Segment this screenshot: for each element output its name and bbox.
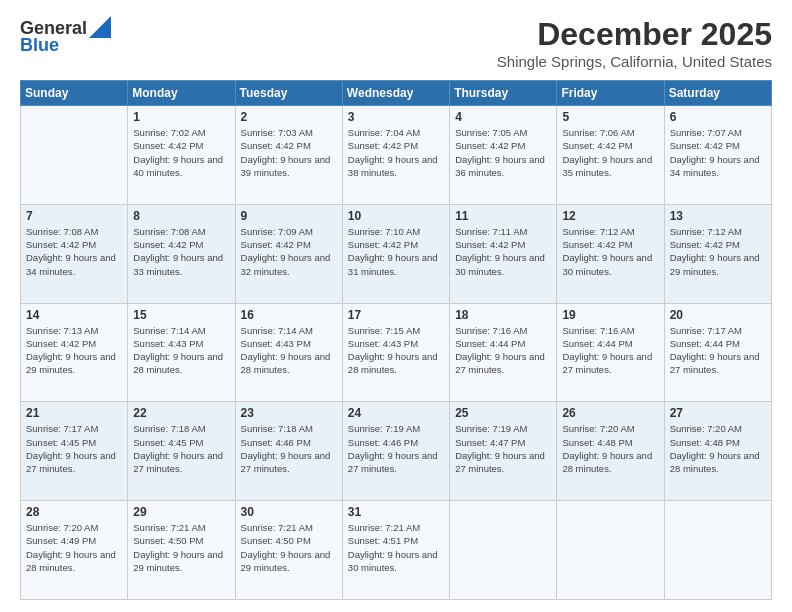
day-info: Sunrise: 7:09 AMSunset: 4:42 PMDaylight:… (241, 225, 337, 278)
calendar-week-row: 14Sunrise: 7:13 AMSunset: 4:42 PMDayligh… (21, 303, 772, 402)
day-info: Sunrise: 7:18 AMSunset: 4:45 PMDaylight:… (133, 422, 229, 475)
table-row (557, 501, 664, 600)
table-row: 26Sunrise: 7:20 AMSunset: 4:48 PMDayligh… (557, 402, 664, 501)
day-info: Sunrise: 7:17 AMSunset: 4:44 PMDaylight:… (670, 324, 766, 377)
calendar-table: Sunday Monday Tuesday Wednesday Thursday… (20, 80, 772, 600)
calendar-week-row: 21Sunrise: 7:17 AMSunset: 4:45 PMDayligh… (21, 402, 772, 501)
table-row: 12Sunrise: 7:12 AMSunset: 4:42 PMDayligh… (557, 204, 664, 303)
day-number: 23 (241, 406, 337, 420)
table-row: 3Sunrise: 7:04 AMSunset: 4:42 PMDaylight… (342, 106, 449, 205)
day-info: Sunrise: 7:06 AMSunset: 4:42 PMDaylight:… (562, 126, 658, 179)
day-info: Sunrise: 7:13 AMSunset: 4:42 PMDaylight:… (26, 324, 122, 377)
table-row: 14Sunrise: 7:13 AMSunset: 4:42 PMDayligh… (21, 303, 128, 402)
table-row: 23Sunrise: 7:18 AMSunset: 4:46 PMDayligh… (235, 402, 342, 501)
table-row: 11Sunrise: 7:11 AMSunset: 4:42 PMDayligh… (450, 204, 557, 303)
table-row: 9Sunrise: 7:09 AMSunset: 4:42 PMDaylight… (235, 204, 342, 303)
col-sunday: Sunday (21, 81, 128, 106)
day-info: Sunrise: 7:18 AMSunset: 4:46 PMDaylight:… (241, 422, 337, 475)
day-number: 5 (562, 110, 658, 124)
day-info: Sunrise: 7:14 AMSunset: 4:43 PMDaylight:… (133, 324, 229, 377)
day-info: Sunrise: 7:03 AMSunset: 4:42 PMDaylight:… (241, 126, 337, 179)
day-number: 25 (455, 406, 551, 420)
day-number: 3 (348, 110, 444, 124)
day-info: Sunrise: 7:08 AMSunset: 4:42 PMDaylight:… (133, 225, 229, 278)
table-row: 18Sunrise: 7:16 AMSunset: 4:44 PMDayligh… (450, 303, 557, 402)
table-row: 29Sunrise: 7:21 AMSunset: 4:50 PMDayligh… (128, 501, 235, 600)
page: General Blue December 2025 Shingle Sprin… (0, 0, 792, 612)
day-info: Sunrise: 7:19 AMSunset: 4:46 PMDaylight:… (348, 422, 444, 475)
table-row: 19Sunrise: 7:16 AMSunset: 4:44 PMDayligh… (557, 303, 664, 402)
day-number: 6 (670, 110, 766, 124)
table-row: 25Sunrise: 7:19 AMSunset: 4:47 PMDayligh… (450, 402, 557, 501)
table-row: 6Sunrise: 7:07 AMSunset: 4:42 PMDaylight… (664, 106, 771, 205)
day-number: 28 (26, 505, 122, 519)
day-number: 13 (670, 209, 766, 223)
day-info: Sunrise: 7:14 AMSunset: 4:43 PMDaylight:… (241, 324, 337, 377)
table-row: 13Sunrise: 7:12 AMSunset: 4:42 PMDayligh… (664, 204, 771, 303)
table-row: 7Sunrise: 7:08 AMSunset: 4:42 PMDaylight… (21, 204, 128, 303)
day-info: Sunrise: 7:21 AMSunset: 4:51 PMDaylight:… (348, 521, 444, 574)
table-row: 30Sunrise: 7:21 AMSunset: 4:50 PMDayligh… (235, 501, 342, 600)
table-row: 16Sunrise: 7:14 AMSunset: 4:43 PMDayligh… (235, 303, 342, 402)
logo-icon (89, 16, 111, 38)
table-row (664, 501, 771, 600)
day-number: 15 (133, 308, 229, 322)
title-section: December 2025 Shingle Springs, Californi… (497, 16, 772, 70)
day-info: Sunrise: 7:07 AMSunset: 4:42 PMDaylight:… (670, 126, 766, 179)
day-info: Sunrise: 7:08 AMSunset: 4:42 PMDaylight:… (26, 225, 122, 278)
day-number: 10 (348, 209, 444, 223)
calendar-header-row: Sunday Monday Tuesday Wednesday Thursday… (21, 81, 772, 106)
main-title: December 2025 (497, 16, 772, 53)
day-number: 8 (133, 209, 229, 223)
day-number: 27 (670, 406, 766, 420)
day-info: Sunrise: 7:21 AMSunset: 4:50 PMDaylight:… (241, 521, 337, 574)
day-info: Sunrise: 7:20 AMSunset: 4:49 PMDaylight:… (26, 521, 122, 574)
col-tuesday: Tuesday (235, 81, 342, 106)
calendar-week-row: 1Sunrise: 7:02 AMSunset: 4:42 PMDaylight… (21, 106, 772, 205)
table-row: 31Sunrise: 7:21 AMSunset: 4:51 PMDayligh… (342, 501, 449, 600)
day-number: 14 (26, 308, 122, 322)
day-number: 9 (241, 209, 337, 223)
day-number: 16 (241, 308, 337, 322)
day-info: Sunrise: 7:20 AMSunset: 4:48 PMDaylight:… (562, 422, 658, 475)
day-number: 2 (241, 110, 337, 124)
day-number: 20 (670, 308, 766, 322)
day-info: Sunrise: 7:12 AMSunset: 4:42 PMDaylight:… (562, 225, 658, 278)
day-info: Sunrise: 7:21 AMSunset: 4:50 PMDaylight:… (133, 521, 229, 574)
col-friday: Friday (557, 81, 664, 106)
table-row: 20Sunrise: 7:17 AMSunset: 4:44 PMDayligh… (664, 303, 771, 402)
day-info: Sunrise: 7:17 AMSunset: 4:45 PMDaylight:… (26, 422, 122, 475)
table-row: 17Sunrise: 7:15 AMSunset: 4:43 PMDayligh… (342, 303, 449, 402)
day-number: 4 (455, 110, 551, 124)
table-row: 4Sunrise: 7:05 AMSunset: 4:42 PMDaylight… (450, 106, 557, 205)
day-info: Sunrise: 7:10 AMSunset: 4:42 PMDaylight:… (348, 225, 444, 278)
table-row: 24Sunrise: 7:19 AMSunset: 4:46 PMDayligh… (342, 402, 449, 501)
svg-marker-0 (89, 16, 111, 38)
logo: General Blue (20, 16, 111, 56)
day-info: Sunrise: 7:15 AMSunset: 4:43 PMDaylight:… (348, 324, 444, 377)
table-row (450, 501, 557, 600)
day-info: Sunrise: 7:19 AMSunset: 4:47 PMDaylight:… (455, 422, 551, 475)
table-row: 8Sunrise: 7:08 AMSunset: 4:42 PMDaylight… (128, 204, 235, 303)
table-row: 5Sunrise: 7:06 AMSunset: 4:42 PMDaylight… (557, 106, 664, 205)
day-number: 12 (562, 209, 658, 223)
day-number: 11 (455, 209, 551, 223)
day-number: 22 (133, 406, 229, 420)
day-number: 30 (241, 505, 337, 519)
day-number: 7 (26, 209, 122, 223)
table-row: 28Sunrise: 7:20 AMSunset: 4:49 PMDayligh… (21, 501, 128, 600)
table-row: 1Sunrise: 7:02 AMSunset: 4:42 PMDaylight… (128, 106, 235, 205)
table-row (21, 106, 128, 205)
subtitle: Shingle Springs, California, United Stat… (497, 53, 772, 70)
day-number: 17 (348, 308, 444, 322)
day-info: Sunrise: 7:20 AMSunset: 4:48 PMDaylight:… (670, 422, 766, 475)
calendar-week-row: 28Sunrise: 7:20 AMSunset: 4:49 PMDayligh… (21, 501, 772, 600)
day-info: Sunrise: 7:16 AMSunset: 4:44 PMDaylight:… (562, 324, 658, 377)
table-row: 2Sunrise: 7:03 AMSunset: 4:42 PMDaylight… (235, 106, 342, 205)
day-info: Sunrise: 7:16 AMSunset: 4:44 PMDaylight:… (455, 324, 551, 377)
table-row: 21Sunrise: 7:17 AMSunset: 4:45 PMDayligh… (21, 402, 128, 501)
day-info: Sunrise: 7:12 AMSunset: 4:42 PMDaylight:… (670, 225, 766, 278)
day-number: 1 (133, 110, 229, 124)
day-number: 31 (348, 505, 444, 519)
header: General Blue December 2025 Shingle Sprin… (20, 16, 772, 70)
